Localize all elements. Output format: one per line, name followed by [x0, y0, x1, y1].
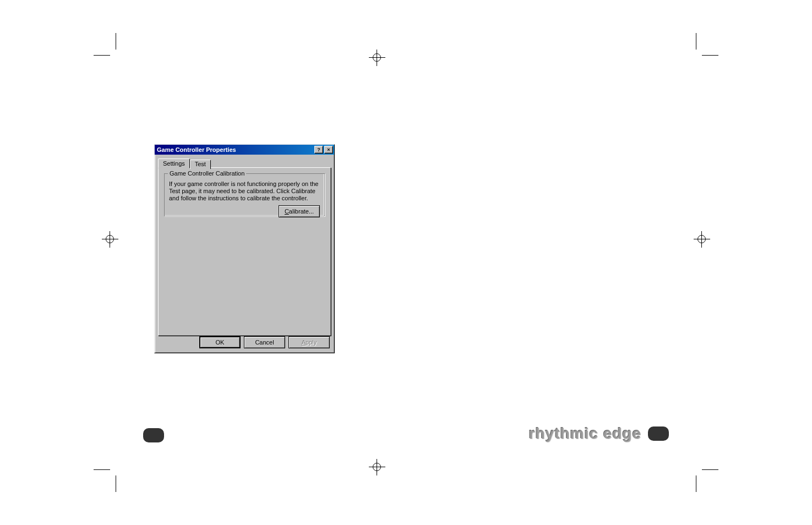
- titlebar[interactable]: Game Controller Properties ? ×: [155, 145, 334, 155]
- close-button[interactable]: ×: [324, 146, 333, 154]
- help-button[interactable]: ?: [314, 146, 323, 154]
- settings-panel: Game Controller Calibration If your game…: [158, 167, 331, 336]
- brand-logo: rhythmic edge: [529, 425, 641, 442]
- calibrate-button[interactable]: Calibrate...: [279, 205, 320, 217]
- tab-settings[interactable]: Settings: [158, 158, 190, 168]
- ok-button[interactable]: OK: [199, 336, 241, 348]
- calibration-groupbox: Game Controller Calibration If your game…: [164, 173, 325, 216]
- tab-strip: Settings Test: [158, 158, 331, 168]
- page-number-right: [648, 426, 669, 441]
- game-controller-properties-dialog: Game Controller Properties ? × Settings …: [154, 144, 335, 353]
- apply-button: Apply: [288, 336, 330, 348]
- dialog-footer: OK Cancel Apply: [199, 336, 330, 348]
- tab-test[interactable]: Test: [190, 160, 211, 169]
- apply-button-label: pply: [306, 339, 317, 346]
- groupbox-title: Game Controller Calibration: [168, 170, 246, 177]
- page-footer: rhythmic edge: [529, 425, 669, 442]
- titlebar-title: Game Controller Properties: [156, 146, 313, 153]
- calibrate-button-label: alibrate...: [289, 208, 314, 215]
- page-number-left: [143, 428, 164, 442]
- calibration-description: If your game controller is not functioni…: [169, 181, 320, 202]
- cancel-button[interactable]: Cancel: [244, 336, 285, 348]
